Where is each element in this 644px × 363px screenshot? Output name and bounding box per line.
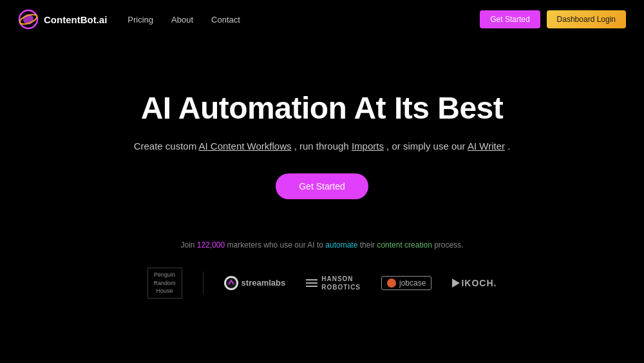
subtitle-pre: Create custom: [134, 141, 197, 152]
logo[interactable]: ContentBot.ai: [18, 9, 107, 30]
subtitle-mid1: , run through: [294, 141, 349, 152]
subtitle-link-writer[interactable]: AI Writer: [468, 141, 505, 152]
subtitle-link-imports[interactable]: Imports: [352, 141, 384, 152]
hero-title: AI Automation At Its Best: [141, 90, 504, 126]
brand-hanson: HANSON ROBOTICS: [306, 275, 361, 291]
svg-rect-5: [306, 282, 317, 284]
svg-point-7: [387, 279, 396, 288]
nav-left: ContentBot.ai Pricing About Contact: [18, 9, 240, 30]
streamlabs-icon: [224, 276, 238, 290]
hero-get-started-button[interactable]: Get Started: [276, 173, 368, 199]
subtitle-end: .: [507, 141, 510, 152]
brand-streamlabs: streamlabs: [224, 276, 286, 290]
logo-text: ContentBot.ai: [44, 14, 107, 25]
logo-icon: [18, 9, 39, 30]
streamlabs-label: streamlabs: [242, 278, 286, 288]
hero-subtitle: Create custom AI Content Workflows , run…: [134, 139, 511, 154]
jobcase-label: jobcase: [399, 279, 426, 288]
nav-dashboard-button[interactable]: Dashboard Login: [547, 10, 626, 28]
sp-count: 122,000: [197, 240, 225, 250]
nav-contact[interactable]: Contact: [211, 15, 240, 25]
hero-section: AI Automation At Its Best Create custom …: [0, 39, 644, 230]
sp-mid2: who use our AI to: [263, 240, 323, 250]
svg-marker-8: [452, 279, 460, 288]
subtitle-link-workflows[interactable]: AI Content Workflows: [199, 141, 292, 152]
brand-logos: PenguinRandomHouse streamlabs HANSON R: [0, 268, 644, 299]
sp-marketers: marketers: [227, 240, 261, 250]
brand-koch: IKOCH.: [452, 278, 497, 288]
nav-get-started-button[interactable]: Get Started: [480, 10, 540, 28]
sp-pre: Join: [180, 240, 194, 250]
koch-label: IKOCH.: [461, 278, 497, 288]
nav-about[interactable]: About: [171, 15, 193, 25]
nav-pricing[interactable]: Pricing: [128, 15, 153, 25]
sp-content-creation: content creation: [377, 240, 431, 250]
nav-right: Get Started Dashboard Login: [480, 10, 626, 28]
svg-rect-4: [306, 279, 317, 280]
sp-end: process.: [434, 240, 463, 250]
sp-mid3: their: [360, 240, 375, 250]
logo-divider-1: [203, 271, 204, 295]
brand-jobcase: jobcase: [381, 276, 431, 290]
navbar: ContentBot.ai Pricing About Contact Get …: [0, 0, 644, 39]
subtitle-mid2: , or simply use our: [386, 141, 466, 152]
brand-penguin: PenguinRandomHouse: [147, 268, 182, 299]
nav-links: Pricing About Contact: [128, 15, 240, 25]
sp-automate: automate: [325, 240, 357, 250]
social-proof-section: Join 122,000 marketers who use our AI to…: [0, 240, 644, 299]
social-proof-text: Join 122,000 marketers who use our AI to…: [0, 240, 644, 250]
svg-rect-6: [306, 286, 317, 287]
